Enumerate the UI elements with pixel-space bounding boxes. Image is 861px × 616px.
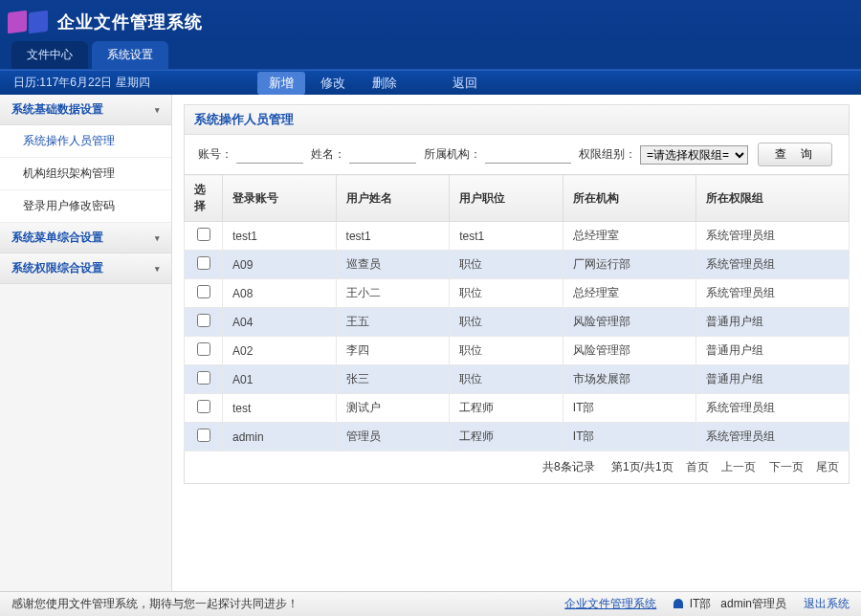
- panel-title: 系统操作人员管理: [184, 104, 850, 134]
- row-checkbox[interactable]: [197, 342, 210, 356]
- query-button[interactable]: 查 询: [758, 143, 832, 166]
- cell-position: 职位: [450, 337, 563, 365]
- cell-perm: 系统管理员组: [696, 279, 850, 308]
- table-row[interactable]: A02李四职位风险管理部普通用户组: [185, 337, 850, 365]
- cell-org: 市场发展部: [563, 365, 695, 394]
- cell-position: 工程师: [450, 394, 563, 423]
- tab-system-settings[interactable]: 系统设置: [92, 41, 168, 69]
- row-checkbox[interactable]: [197, 400, 210, 413]
- tab-file-center[interactable]: 文件中心: [11, 41, 88, 69]
- cell-org: IT部: [563, 394, 695, 423]
- pager: 共8条记录 第1页/共1页 首页 上一页 下一页 尾页: [184, 451, 850, 484]
- cell-name: 测试户: [336, 394, 450, 423]
- cell-name: 王小二: [336, 279, 450, 308]
- cell-account: A01: [223, 365, 337, 394]
- table-row[interactable]: A08王小二职位总经理室系统管理员组: [185, 279, 850, 308]
- row-checkbox[interactable]: [197, 429, 210, 442]
- sidebar-group-label: 系统基础数据设置: [11, 101, 103, 118]
- cell-position: 职位: [450, 308, 563, 337]
- table-row[interactable]: test1test1test1总经理室系统管理员组: [185, 222, 850, 251]
- logo-icon: [8, 11, 48, 33]
- sidebar-group-perm[interactable]: 系统权限综合设置 ▾: [0, 253, 171, 284]
- sidebar-group-menu[interactable]: 系统菜单综合设置 ▾: [0, 223, 171, 253]
- org-input[interactable]: [485, 145, 571, 164]
- back-button[interactable]: 返回: [441, 72, 489, 95]
- row-checkbox[interactable]: [197, 314, 210, 327]
- new-button[interactable]: 新增: [257, 72, 305, 95]
- cell-name: 巡查员: [336, 251, 450, 279]
- name-input[interactable]: [349, 145, 416, 164]
- table-row[interactable]: A09巡查员职位厂网运行部系统管理员组: [185, 251, 850, 279]
- header: 企业文件管理系统: [0, 0, 861, 43]
- cell-org: 风险管理部: [563, 337, 695, 365]
- row-checkbox[interactable]: [197, 256, 210, 270]
- chevron-down-icon: ▾: [155, 264, 160, 274]
- cell-account: A09: [223, 251, 337, 279]
- pager-first[interactable]: 首页: [686, 460, 709, 473]
- logout-button[interactable]: 退出系统: [804, 596, 850, 612]
- cell-perm: 普通用户组: [696, 365, 850, 394]
- account-label: 账号：: [198, 146, 232, 163]
- cell-position: 职位: [450, 279, 563, 308]
- table-row[interactable]: admin管理员工程师IT部系统管理员组: [185, 423, 850, 451]
- pager-page: 第1页/共1页: [611, 460, 673, 473]
- sidebar-group-basedata[interactable]: 系统基础数据设置 ▾: [0, 95, 171, 125]
- col-account: 登录账号: [223, 175, 337, 222]
- date-label: 日历:117年6月22日 星期四: [13, 75, 150, 91]
- cell-name: 李四: [336, 337, 450, 365]
- pager-next[interactable]: 下一页: [769, 460, 804, 473]
- perm-label: 权限组别：: [579, 146, 636, 163]
- footer-sysname[interactable]: 企业文件管理系统: [564, 596, 656, 612]
- pager-last[interactable]: 尾页: [816, 460, 839, 473]
- sidebar-item-changepw[interactable]: 登录用户修改密码: [0, 190, 171, 223]
- pager-total: 共8条记录: [542, 460, 595, 473]
- sidebar-item-operators[interactable]: 系统操作人员管理: [0, 125, 171, 158]
- search-row: 账号： 姓名： 所属机构： 权限组别： =请选择权限组= 查 询: [184, 134, 850, 174]
- cell-position: 职位: [450, 365, 563, 394]
- cell-name: test1: [336, 222, 450, 251]
- edit-button[interactable]: 修改: [309, 72, 357, 95]
- app-title: 企业文件管理系统: [57, 11, 203, 33]
- cell-perm: 系统管理员组: [696, 423, 850, 451]
- tabbar: 文件中心 系统设置: [0, 43, 861, 70]
- cell-account: A02: [223, 337, 337, 365]
- sidebar-group-label: 系统菜单综合设置: [11, 230, 103, 246]
- cell-account: A04: [223, 308, 337, 337]
- perm-select[interactable]: =请选择权限组=: [640, 145, 748, 165]
- cell-account: test1: [223, 222, 337, 251]
- cell-account: test: [223, 394, 337, 423]
- col-name: 用户姓名: [336, 175, 450, 222]
- account-input[interactable]: [236, 145, 303, 164]
- table-row[interactable]: A04王五职位风险管理部普通用户组: [185, 308, 850, 337]
- table-row[interactable]: test测试户工程师IT部系统管理员组: [185, 394, 850, 423]
- footer: 感谢您使用文件管理系统，期待与您一起探讨共同进步！ 企业文件管理系统 IT部 a…: [0, 591, 861, 616]
- sidebar-item-orgtree[interactable]: 机构组织架构管理: [0, 158, 171, 190]
- name-label: 姓名：: [311, 146, 345, 163]
- footer-user: IT部 admin管理员: [673, 596, 786, 612]
- row-checkbox[interactable]: [197, 371, 210, 385]
- cell-org: IT部: [563, 423, 695, 451]
- users-table: 选择 登录账号 用户姓名 用户职位 所在机构 所在权限组 test1test1t…: [184, 174, 850, 451]
- cell-position: 工程师: [450, 423, 563, 451]
- col-position: 用户职位: [450, 175, 563, 222]
- row-checkbox[interactable]: [197, 285, 210, 298]
- cell-org: 总经理室: [563, 222, 695, 251]
- cell-perm: 系统管理员组: [696, 394, 850, 423]
- content: 系统操作人员管理 账号： 姓名： 所属机构： 权限组别： =请选择权限组= 查 …: [172, 95, 861, 591]
- cell-org: 风险管理部: [563, 308, 695, 337]
- cell-perm: 普通用户组: [696, 308, 850, 337]
- cell-name: 王五: [336, 308, 450, 337]
- sidebar: 系统基础数据设置 ▾ 系统操作人员管理 机构组织架构管理 登录用户修改密码 系统…: [0, 95, 172, 591]
- col-org: 所在机构: [563, 175, 695, 222]
- cell-position: test1: [450, 222, 563, 251]
- table-row[interactable]: A01张三职位市场发展部普通用户组: [185, 365, 850, 394]
- datebar: 日历:117年6月22日 星期四 新增 修改 删除 返回: [0, 70, 861, 95]
- pager-prev[interactable]: 上一页: [721, 460, 756, 473]
- org-label: 所属机构：: [424, 146, 481, 163]
- cell-perm: 系统管理员组: [696, 222, 850, 251]
- delete-button[interactable]: 删除: [361, 72, 408, 95]
- cell-name: 管理员: [336, 423, 450, 451]
- row-checkbox[interactable]: [197, 228, 210, 241]
- cell-org: 厂网运行部: [563, 251, 695, 279]
- col-perm: 所在权限组: [696, 175, 850, 222]
